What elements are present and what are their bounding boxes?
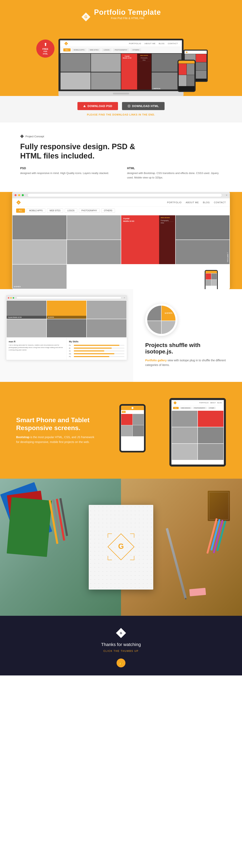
- resp-tablet-item-1: [172, 411, 198, 427]
- skill-bar-bg-5: [74, 356, 124, 357]
- download-psd-label: Download PSD: [88, 104, 112, 108]
- responsive-section: Smart Phone and Tablet Responsive screen…: [0, 382, 242, 479]
- skill-row-1: Ps: [69, 344, 124, 346]
- free-badge: ⬆ FREE PSDHTML: [36, 39, 55, 58]
- responsive-text: Bootstrap is the most popular HTML, CSS,…: [16, 435, 95, 444]
- mini-item-2: 10 EYE'S: [47, 301, 87, 319]
- skill-row-5: Ps: [69, 356, 124, 358]
- browser-dot-yellow: [18, 194, 20, 196]
- mini-dot-green: [13, 297, 14, 299]
- mini-item-2-overlay: 10 EYE'S: [47, 316, 87, 319]
- isotope-browser-col: ✕ Crystal Mobile UI Kit 10 EYE'S: [0, 289, 133, 382]
- psd-text: designed with responsive in mind. High Q…: [20, 171, 115, 176]
- browser-mini: ✕ Crystal Mobile UI Kit 10 EYE'S: [6, 295, 127, 360]
- download-html-icon: [128, 105, 130, 107]
- resp-filter-photo[interactable]: PHOTOGRAPHY: [192, 407, 207, 409]
- browser-filter-row: ALL MOBILE APPS WEB SITES LOGOS PHOTOGRA…: [12, 207, 230, 215]
- concept-diamond-icon: [20, 134, 24, 138]
- download-psd-icon: [83, 105, 86, 107]
- portfolio-item-2: [67, 215, 121, 240]
- filter-logos[interactable]: LOGOS: [65, 209, 77, 213]
- isotope-text-col: 10 EYE'S Projects shuffle with isotope.j…: [133, 289, 242, 382]
- skill-label-1: Ps: [69, 344, 72, 346]
- resp-tablet-device: PORTFOLIOABOUTBLOG ALL WEB DESIGN PHOTOG…: [170, 398, 226, 467]
- browser-portfolio-area: CrystalMobile UI Kit WEB DESIGN Photogra…: [12, 215, 230, 289]
- notebook-logo: G: [106, 532, 136, 563]
- download-psd-button[interactable]: Download PSD: [78, 102, 118, 110]
- resp-tablet-item-2: [198, 411, 223, 427]
- mini-item-1-overlay: Crystal Mobile UI Kit: [7, 316, 47, 319]
- eraser: [189, 588, 206, 596]
- laptop-device: G PORTFOLIO ABOUT ME BLOG CONTACT ALL MO…: [59, 39, 183, 96]
- footer-logo-icon: G: [116, 628, 126, 638]
- mini-dot-yellow: [10, 297, 12, 299]
- svg-rect-7: [84, 107, 86, 107]
- mini-item-6: [87, 319, 126, 337]
- resp-filter-other[interactable]: OTHER: [208, 407, 216, 409]
- skill-bar-4: [74, 353, 114, 354]
- person-bio: I am a strong advocate for reasons, matt…: [9, 344, 64, 351]
- filter-photo[interactable]: PHOTOGRAPHY: [79, 209, 100, 213]
- skill-label-5: Ps: [69, 356, 72, 358]
- resp-phone-logo-icon: [131, 407, 134, 409]
- mini-item-4: [7, 319, 47, 337]
- browser-dot-red: [14, 194, 17, 196]
- resp-tablet-item-6: [198, 444, 223, 460]
- book-green: [7, 497, 52, 557]
- resp-tablet-item-5: [172, 444, 198, 460]
- mini-item-5: [47, 319, 87, 337]
- skill-bar-bg-3: [74, 350, 124, 351]
- nav-about[interactable]: ABOUT ME: [186, 201, 199, 204]
- browser-address-bar[interactable]: [27, 193, 222, 197]
- browser-skills-col: My Skills Ps Ai: [66, 338, 127, 360]
- free-badge-line2: PSDHTML: [43, 51, 48, 55]
- main-notebook: G: [89, 505, 153, 590]
- portfolio-item-8: 10 EYE'S: [12, 265, 66, 289]
- svg-text:G: G: [120, 631, 122, 635]
- download-html-button[interactable]: Download HTML: [122, 102, 164, 110]
- nav-contact[interactable]: CONTACT: [214, 201, 226, 204]
- browser-profile-section: man R I am a strong advocate for reasons…: [6, 338, 127, 360]
- psd-label: PSD: [20, 166, 115, 170]
- browser-close-icon: ✕: [226, 194, 228, 196]
- filter-web[interactable]: WEB SITES: [47, 209, 63, 213]
- nav-blog[interactable]: BLOG: [203, 201, 210, 204]
- download-buttons: Download PSD Download HTML: [4, 102, 238, 110]
- browser-preview-section: ✕ G PORTFOLIO ABOUT ME BLOG CONTACT ALL …: [0, 192, 242, 289]
- browser-profile-left: man R I am a strong advocate for reasons…: [6, 338, 66, 360]
- mini-item-2-label: 10 EYE'S: [48, 316, 85, 318]
- resp-tablet-nav-links: PORTFOLIOABOUTBLOG: [199, 402, 222, 404]
- nav-portfolio[interactable]: PORTFOLIO: [167, 201, 181, 204]
- logo-diamond-icon: G: [81, 12, 91, 22]
- svg-marker-4: [186, 51, 188, 53]
- thumbs-up-button[interactable]: 👍: [117, 658, 125, 668]
- resp-phone-item-3: [121, 425, 132, 436]
- notebook-logo-svg: G: [106, 532, 136, 562]
- resp-phone-filter-all[interactable]: ALL: [122, 411, 126, 413]
- resp-phone-grid: [121, 414, 144, 436]
- phone-preview-item-2: [211, 273, 217, 279]
- svg-marker-6: [84, 105, 85, 106]
- skill-bar-bg-1: [74, 345, 124, 346]
- resp-filter-web[interactable]: WEB DESIGN: [180, 407, 192, 409]
- concept-label-text: Project Concept: [25, 135, 44, 138]
- resp-phone-item-1: [121, 414, 132, 425]
- notebook-section: G: [0, 479, 242, 616]
- isotope-title: Projects shuffle with isotope.js.: [145, 342, 230, 355]
- resp-filter-all[interactable]: ALL: [173, 407, 179, 409]
- resp-tablet-item-4: [198, 427, 223, 443]
- portfolio-item-7: | VERTICAL: [176, 240, 230, 264]
- skill-row-4: Da: [69, 353, 124, 355]
- phone-preview-item-1: [206, 273, 211, 279]
- mini-close-icon: ✕: [124, 297, 125, 299]
- concept-section: Project Concept Fully responsive design.…: [0, 122, 242, 192]
- filter-all[interactable]: ALL: [16, 209, 25, 213]
- phone-preview-item-4: [211, 280, 217, 286]
- download-bar: Download PSD Download HTML PLEASE FIND T…: [0, 96, 242, 122]
- resp-phone-nav: [121, 406, 144, 410]
- filter-mobile[interactable]: MOBILE APPS: [27, 209, 46, 213]
- resp-tablet-nav: PORTFOLIOABOUTBLOG: [172, 400, 224, 406]
- filter-others[interactable]: OTHERS: [101, 209, 115, 213]
- wooden-box: [208, 491, 230, 521]
- skill-label-2: Ai: [69, 347, 72, 349]
